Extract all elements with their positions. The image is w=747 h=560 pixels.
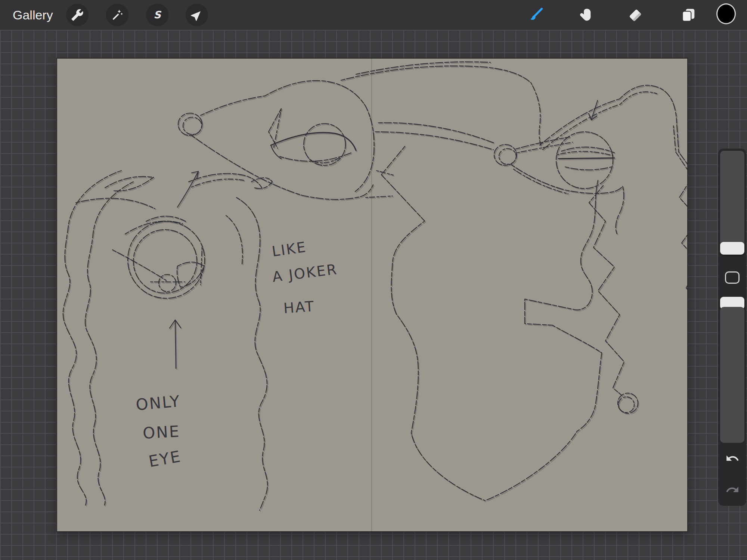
magic-wand-icon: [111, 9, 124, 21]
note-joker-line2: A JOKER: [272, 261, 339, 285]
brush-opacity-slider[interactable]: [720, 307, 744, 443]
redo-icon: [725, 483, 740, 497]
brush-size-slider[interactable]: [720, 151, 744, 254]
color-swatch-icon: [716, 3, 736, 24]
color-button[interactable]: [716, 4, 736, 24]
undo-button[interactable]: [724, 450, 741, 467]
note-eye-line1: ONLY: [135, 392, 182, 414]
modify-button[interactable]: [725, 271, 740, 284]
adjustments-button[interactable]: [106, 4, 128, 26]
actions-button[interactable]: [66, 4, 89, 26]
paint-tool-button[interactable]: [526, 5, 545, 25]
selection-s-icon: S: [151, 9, 164, 21]
redo-button[interactable]: [724, 482, 741, 498]
eraser-icon: [627, 7, 643, 23]
note-joker-line3: HAT: [283, 298, 316, 317]
note-joker-line1: LIKE: [271, 239, 308, 260]
note-eye-line2: ONE: [142, 422, 180, 442]
wrench-icon: [71, 9, 84, 21]
gallery-button[interactable]: Gallery: [13, 0, 53, 30]
sketch-artwork: LIKE A JOKER HAT ONLY ONE EYE: [57, 59, 687, 531]
move-arrow-icon: [190, 9, 203, 21]
topbar: Gallery S: [0, 0, 747, 30]
brush-size-handle[interactable]: [720, 242, 744, 255]
erase-tool-button[interactable]: [625, 5, 645, 25]
svg-text:S: S: [154, 9, 161, 21]
smudge-tool-button[interactable]: [575, 5, 594, 25]
selection-button[interactable]: S: [146, 4, 168, 26]
paintbrush-icon: [527, 6, 544, 24]
layers-button[interactable]: [679, 5, 698, 25]
layers-icon: [680, 6, 697, 24]
note-eye-line3: EYE: [147, 447, 183, 470]
procreate-app: Gallery S: [0, 0, 747, 560]
side-toolbar: [718, 149, 746, 506]
undo-icon: [725, 451, 740, 466]
drawing-canvas[interactable]: LIKE A JOKER HAT ONLY ONE EYE: [57, 59, 687, 531]
transform-button[interactable]: [186, 4, 208, 26]
smudge-finger-icon: [576, 7, 593, 23]
